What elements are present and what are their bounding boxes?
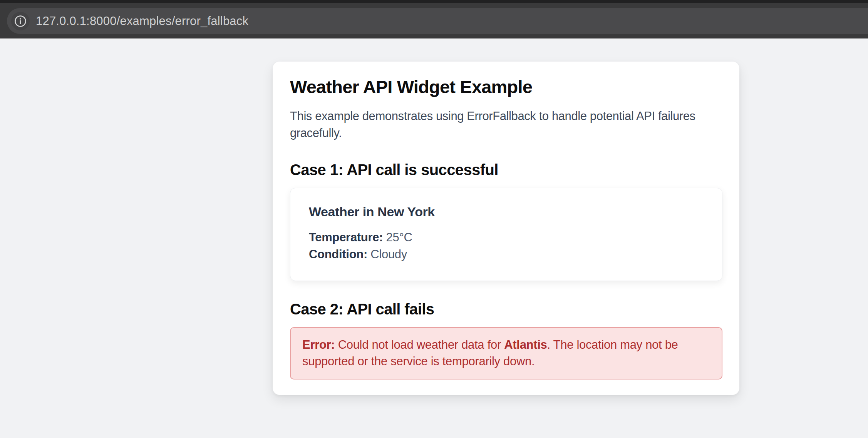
condition-value: Cloudy bbox=[370, 247, 407, 261]
error-location: Atlantis bbox=[504, 338, 547, 351]
page-description: This example demonstrates using ErrorFal… bbox=[290, 108, 722, 142]
window-top-strip bbox=[0, 0, 868, 3]
page-title: Weather API Widget Example bbox=[290, 76, 722, 98]
temperature-row: Temperature: 25°C bbox=[309, 229, 707, 246]
error-text-1: Could not load weather data for bbox=[335, 338, 504, 351]
weather-widget-card: Weather in New York Temperature: 25°C Co… bbox=[290, 188, 722, 281]
address-bar[interactable]: 127.0.0.1:8000/examples/error_fallback bbox=[7, 8, 868, 34]
temperature-value: 25°C bbox=[386, 231, 412, 244]
page-background: Weather API Widget Example This example … bbox=[0, 38, 868, 438]
error-alert: Error: Could not load weather data for A… bbox=[290, 327, 722, 379]
site-info-button[interactable] bbox=[11, 12, 30, 30]
condition-row: Condition: Cloudy bbox=[309, 246, 707, 263]
url-input[interactable]: 127.0.0.1:8000/examples/error_fallback bbox=[36, 14, 248, 28]
case2-heading: Case 2: API call fails bbox=[290, 299, 722, 319]
browser-topbar: 127.0.0.1:8000/examples/error_fallback bbox=[0, 0, 868, 38]
condition-label: Condition: bbox=[309, 247, 367, 261]
info-icon bbox=[14, 15, 27, 28]
error-label: Error: bbox=[302, 338, 335, 351]
temperature-label: Temperature: bbox=[309, 231, 383, 244]
weather-widget-title: Weather in New York bbox=[309, 204, 707, 220]
case1-heading: Case 1: API call is successful bbox=[290, 160, 722, 179]
weather-widget-rows: Temperature: 25°C Condition: Cloudy bbox=[309, 229, 707, 263]
example-card: Weather API Widget Example This example … bbox=[273, 62, 739, 395]
